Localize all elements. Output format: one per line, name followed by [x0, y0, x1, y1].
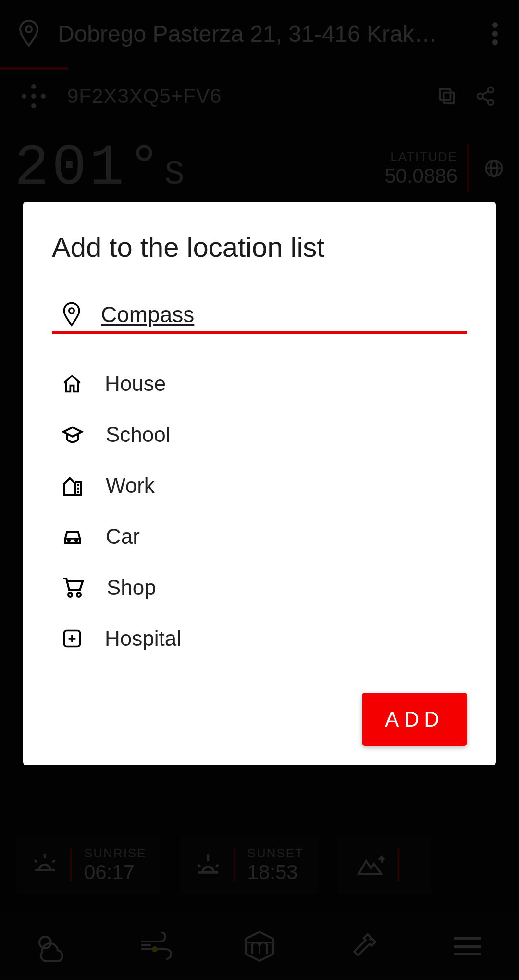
add-button[interactable]: ADD: [362, 693, 467, 746]
option-shop[interactable]: Shop: [52, 562, 467, 613]
school-icon: [62, 425, 84, 444]
option-label: School: [106, 423, 171, 447]
cart-icon: [62, 577, 85, 599]
option-house[interactable]: House: [52, 358, 467, 409]
option-work[interactable]: Work: [52, 460, 467, 511]
location-name-field[interactable]: Compass: [52, 302, 467, 334]
option-hospital[interactable]: Hospital: [52, 613, 467, 664]
svg-point-13: [69, 308, 74, 314]
option-car[interactable]: Car: [52, 511, 467, 562]
svg-point-15: [75, 540, 77, 541]
option-label: Car: [106, 525, 140, 549]
hospital-icon: [62, 628, 83, 649]
option-label: House: [105, 372, 166, 396]
pin-icon: [62, 302, 82, 327]
option-label: Work: [106, 474, 155, 498]
svg-point-16: [68, 593, 72, 597]
option-label: Shop: [107, 576, 156, 600]
option-school[interactable]: School: [52, 409, 467, 460]
svg-point-14: [68, 540, 70, 541]
option-label: Hospital: [105, 627, 181, 651]
car-icon: [62, 527, 84, 546]
dialog-title: Add to the location list: [52, 231, 467, 263]
svg-point-17: [77, 593, 81, 597]
home-icon: [62, 373, 83, 394]
location-name-value[interactable]: Compass: [101, 302, 467, 327]
work-icon: [62, 475, 84, 496]
add-location-dialog: Add to the location list Compass House S…: [23, 202, 496, 765]
